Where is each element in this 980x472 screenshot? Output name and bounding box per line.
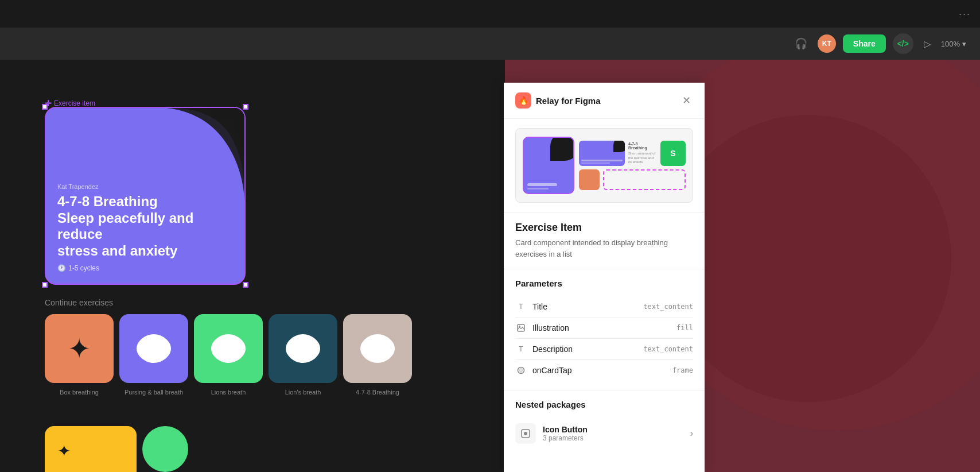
relay-logo: 🔥 Relay for Figma bbox=[515, 92, 601, 109]
component-info: Exercise Item Card component intended to… bbox=[504, 212, 705, 269]
component-name: Exercise Item bbox=[515, 222, 693, 234]
param-name-illustration: Illustration bbox=[532, 323, 676, 332]
secondary-toolbar: 🎧 KT Share </> ▷ 100% ▾ bbox=[0, 28, 980, 60]
code-button[interactable]: </> bbox=[893, 33, 913, 54]
bottom-star-icon: ✦ bbox=[57, 442, 71, 461]
param-row-title: T Title text_content bbox=[515, 296, 693, 318]
card-title: 4-7-8 Breathing Sleep peacefully and red… bbox=[57, 194, 233, 260]
code-icon: </> bbox=[897, 39, 909, 48]
relay-panel-title: Relay for Figma bbox=[536, 96, 601, 106]
component-desc: Card component intended to display breat… bbox=[515, 237, 693, 260]
preview-card-green: S bbox=[660, 141, 686, 166]
bottom-green-circle bbox=[142, 426, 188, 472]
avatar: KT bbox=[818, 34, 836, 53]
svg-point-1 bbox=[519, 326, 520, 327]
share-button[interactable]: Share bbox=[843, 34, 886, 53]
relay-icon: 🔥 bbox=[515, 92, 531, 109]
preview-card-large bbox=[523, 137, 574, 194]
preview-info-sm: 4-7-8 Breathing Short summary of the exe… bbox=[628, 141, 657, 166]
blob-shape-4 bbox=[280, 328, 326, 369]
parameters-section: Parameters T Title text_content Illustra… bbox=[504, 269, 705, 390]
param-name-oncardtap: onCardTap bbox=[532, 366, 672, 375]
param-type-title: text_content bbox=[643, 303, 693, 311]
headphone-icon: 🎧 bbox=[795, 37, 807, 50]
param-type-description: text_content bbox=[643, 345, 693, 353]
preview-area: 4-7-8 Breathing Short summary of the exe… bbox=[504, 119, 705, 212]
param-text-icon-2: T bbox=[515, 343, 527, 355]
nested-packages-title: Nested packages bbox=[515, 400, 693, 409]
preview-orange-sm bbox=[579, 169, 600, 190]
param-name-description: Description bbox=[532, 345, 643, 354]
mini-card-2[interactable] bbox=[119, 314, 188, 383]
clock-icon: 🕐 bbox=[57, 264, 66, 272]
param-type-oncardtap: frame bbox=[672, 366, 693, 374]
preview-blob bbox=[550, 137, 574, 161]
relay-panel: 🔥 Relay for Figma ✕ bbox=[504, 83, 705, 472]
star-icon: ✦ bbox=[68, 332, 91, 365]
card-cycles: 🕐 1-5 cycles bbox=[57, 264, 233, 272]
preview-image: 4-7-8 Breathing Short summary of the exe… bbox=[515, 128, 693, 203]
exercise-cards-row: ✦ Box breathing Pursing & ball breath bbox=[45, 314, 412, 383]
nested-item-icon bbox=[515, 423, 536, 444]
zoom-label: 100% bbox=[941, 40, 960, 48]
preview-cards-bottom-row bbox=[579, 169, 686, 190]
top-bar: ··· bbox=[0, 0, 980, 28]
zoom-control[interactable]: 100% ▾ bbox=[941, 40, 966, 48]
nested-item-icon-button[interactable]: Icon Button 3 parameters › bbox=[515, 417, 693, 450]
preview-cards-small-area: 4-7-8 Breathing Short summary of the exe… bbox=[579, 141, 686, 190]
continue-title: Continue exercises bbox=[45, 298, 412, 307]
param-link-icon bbox=[515, 365, 527, 376]
nested-packages-section: Nested packages Icon Button 3 parameters… bbox=[504, 390, 705, 459]
close-button[interactable]: ✕ bbox=[680, 92, 693, 109]
card-content: Kat Trapendez 4-7-8 Breathing Sleep peac… bbox=[46, 174, 244, 284]
nested-item-info: Icon Button 3 parameters bbox=[543, 425, 683, 442]
param-text-icon-1: T bbox=[515, 301, 527, 312]
mini-card-5[interactable] bbox=[343, 314, 412, 383]
selection-handle-tr bbox=[243, 104, 248, 110]
headphone-button[interactable]: 🎧 bbox=[791, 34, 811, 53]
selection-handle-tl bbox=[42, 104, 48, 110]
mini-card-4[interactable] bbox=[269, 314, 337, 383]
parameters-title: Parameters bbox=[515, 278, 693, 288]
mini-card-4-label: Lion's breath bbox=[285, 389, 321, 396]
exercise-card-selected[interactable]: Kat Trapendez 4-7-8 Breathing Sleep peac… bbox=[45, 107, 246, 285]
selection-handle-bl bbox=[42, 282, 48, 288]
blob-shape-2 bbox=[131, 328, 177, 369]
param-row-description: T Description text_content bbox=[515, 339, 693, 360]
play-icon: ▷ bbox=[924, 38, 931, 49]
zoom-chevron-icon: ▾ bbox=[962, 40, 966, 48]
svg-point-4 bbox=[524, 432, 527, 435]
blob-shape-3 bbox=[205, 328, 251, 369]
param-row-illustration: Illustration fill bbox=[515, 318, 693, 339]
mini-card-3-label: Lions breath bbox=[211, 389, 246, 396]
mini-card-3[interactable] bbox=[194, 314, 263, 383]
mini-card-1[interactable]: ✦ bbox=[45, 314, 114, 383]
selection-handle-br bbox=[243, 282, 248, 288]
svg-point-2 bbox=[518, 367, 524, 374]
blob-shape-5 bbox=[355, 328, 400, 369]
mini-card-2-label: Pursing & ball breath bbox=[125, 389, 183, 396]
param-type-illustration: fill bbox=[676, 324, 693, 332]
mini-card-1-label: Box breathing bbox=[60, 389, 99, 396]
param-row-oncardtap: onCardTap frame bbox=[515, 360, 693, 381]
preview-dotted-card bbox=[603, 169, 686, 190]
nested-chevron-icon: › bbox=[690, 428, 693, 439]
mini-card-5-label: 4-7-8 Breathing bbox=[356, 389, 399, 396]
play-button[interactable]: ▷ bbox=[920, 35, 934, 53]
continue-exercises-section: Continue exercises ✦ Box breathing Pursi… bbox=[45, 298, 412, 383]
param-img-icon bbox=[515, 322, 527, 334]
nested-item-name: Icon Button bbox=[543, 425, 683, 434]
param-name-title: Title bbox=[532, 302, 643, 311]
top-bar-dots: ··· bbox=[959, 8, 971, 20]
card-author: Kat Trapendez bbox=[57, 183, 233, 190]
preview-sm-card-1 bbox=[579, 141, 625, 166]
nested-item-params: 3 parameters bbox=[543, 434, 683, 442]
relay-header: 🔥 Relay for Figma ✕ bbox=[504, 83, 705, 119]
canvas-area: ✛ Exercise item Kat Trapendez 4-7-8 Brea… bbox=[0, 60, 505, 472]
